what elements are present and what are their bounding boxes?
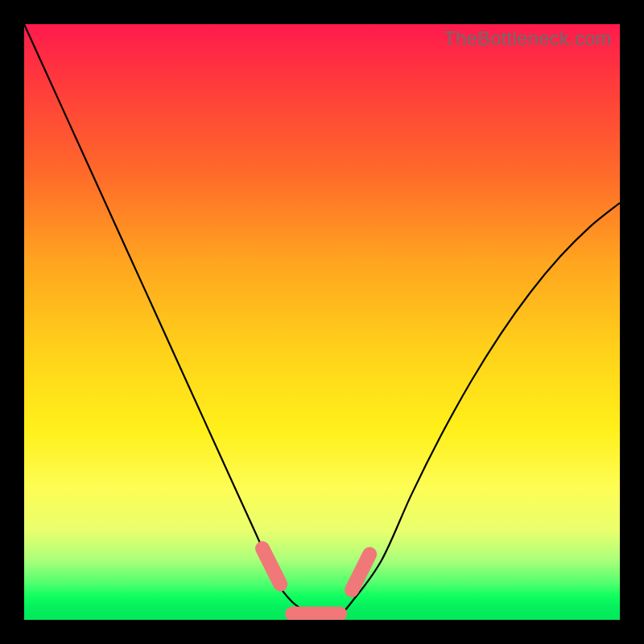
chart-plot-area: TheBottleneck.com (24, 24, 620, 620)
highlight-right (352, 555, 369, 590)
curve-svg (24, 24, 620, 620)
bottleneck-curve (24, 24, 620, 620)
chart-frame: TheBottleneck.com (0, 0, 644, 644)
highlight-left (262, 548, 280, 584)
